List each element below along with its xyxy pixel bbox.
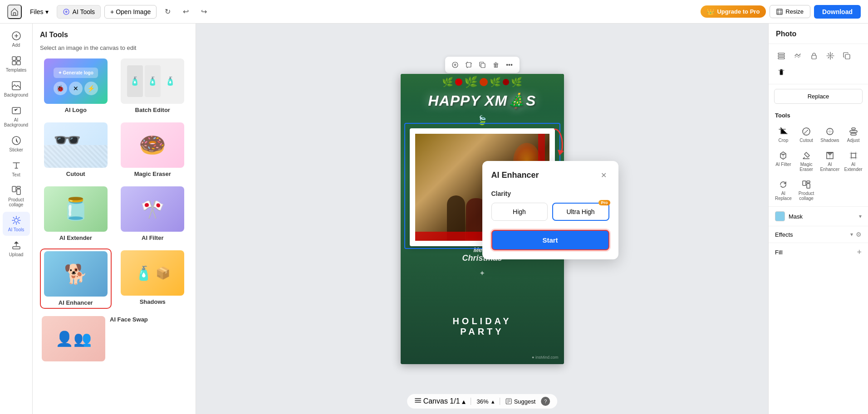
tools-panel-title: AI Tools	[33, 24, 196, 44]
tool-label-cutout: Cutout	[66, 170, 85, 177]
fill-row: Fill +	[769, 243, 868, 262]
sidebar-item-add[interactable]: Add	[3, 27, 30, 51]
pro-badge: Pro	[598, 200, 610, 205]
right-panel: Photo Replace	[768, 24, 868, 414]
modal-close-button[interactable]: ✕	[598, 170, 609, 181]
icon-sidebar: Add Templates Background AI Background S…	[0, 24, 33, 414]
start-button[interactable]: Start	[491, 230, 609, 250]
ai-tools-button[interactable]: AI Tools	[57, 5, 101, 19]
rp-ai-enhancer-icon	[825, 151, 834, 160]
rp-tool-ai-enhancer[interactable]: AI Enhancer	[818, 147, 841, 175]
help-button[interactable]: ?	[541, 397, 550, 406]
rp-layers-button[interactable]	[774, 49, 789, 63]
rp-lock-icon	[810, 52, 818, 60]
tools-hint: Select an image in the canvas to edit	[33, 44, 196, 57]
replace-label: Replace	[808, 93, 829, 100]
tool-card-ai-face-swap[interactable]: 👤👥 AI Face Swap	[40, 314, 188, 363]
sidebar-item-ai-tools[interactable]: AI Tools	[3, 212, 30, 236]
rp-lock-button[interactable]	[807, 49, 821, 63]
tool-thumb-ai-filter: 🎌	[121, 186, 184, 232]
tool-card-ai-logo[interactable]: ✦ Generate logo 🐞 ✕ ⚡ AI Logo	[40, 57, 112, 115]
upgrade-button[interactable]: 👑 Upgrade to Pro	[701, 5, 766, 18]
rp-tool-ai-filter[interactable]: AI Filter	[772, 147, 794, 175]
redo-button[interactable]: ↪	[196, 5, 211, 19]
clarity-ultra-high-button[interactable]: Ultra High Pro	[552, 203, 609, 221]
rp-tool-crop[interactable]: Crop	[772, 123, 794, 146]
suggest-button[interactable]: Suggest	[506, 398, 536, 405]
tool-thumb-ai-face-swap: 👤👥	[42, 316, 105, 361]
tool-card-shadows[interactable]: 🧴 📦 Shadows	[117, 248, 189, 309]
refresh-button[interactable]: ↻	[160, 5, 175, 19]
rp-tool-ai-replace[interactable]: AI Replace	[772, 176, 794, 205]
svg-rect-16	[466, 63, 471, 67]
rp-position-button[interactable]	[823, 49, 838, 63]
rp-tool-ai-extender[interactable]: AI Extender	[842, 147, 864, 175]
sidebar-item-text[interactable]: Text	[3, 157, 30, 181]
svg-rect-30	[852, 128, 855, 130]
start-label: Start	[542, 236, 558, 244]
rp-tool-shadows[interactable]: Shadows	[818, 123, 841, 146]
tool-thumb-magic-eraser: 🍩	[121, 122, 184, 168]
canvas-tool-copy[interactable]	[476, 58, 489, 71]
mask-controls: ▾	[859, 213, 862, 219]
canvas-tool-delete[interactable]: 🗑	[490, 58, 502, 71]
svg-rect-27	[845, 54, 850, 59]
tool-card-cutout[interactable]: 🕶️ Cutout	[40, 121, 112, 179]
tool-card-ai-enhancer[interactable]: 🐕 AI Enhancer	[40, 248, 112, 309]
rp-duplicate-button[interactable]	[839, 49, 854, 63]
sidebar-item-upload[interactable]: Upload	[3, 237, 30, 261]
rp-tool-magic-eraser[interactable]: Magic Eraser	[795, 147, 818, 175]
sidebar-item-product-collage[interactable]: Product collage	[3, 182, 30, 211]
sidebar-product-collage-label: Product collage	[5, 197, 28, 207]
canvas-bottom-bar: Canvas 1/1 ▴ 36% ▴ Suggest ?	[407, 394, 558, 409]
tool-label-ai-enhancer: AI Enhancer	[59, 299, 93, 306]
canvas-tool-more[interactable]: •••	[503, 58, 516, 71]
ai-enhancer-modal: AI Enhancer ✕ Clarity High Ultra High Pr…	[482, 161, 618, 259]
rp-tool-cutout[interactable]: Cutout	[795, 123, 818, 146]
rp-ai-replace-label: AI Replace	[774, 191, 793, 201]
tool-thumb-shadows: 🧴 📦	[121, 250, 184, 296]
canvas-area: 🗑 ••• 🌿 🌿	[196, 24, 768, 414]
resize-button[interactable]: Resize	[770, 5, 810, 18]
svg-rect-32	[803, 181, 806, 185]
tool-card-ai-filter[interactable]: 🎌 AI Filter	[117, 185, 189, 243]
replace-button[interactable]: Replace	[774, 89, 863, 104]
rp-tool-product-collage[interactable]: Product collage	[795, 176, 818, 205]
fill-add-button[interactable]: +	[857, 248, 862, 257]
undo-button[interactable]: ↩	[178, 5, 193, 19]
zoom-control[interactable]: 36% ▴	[477, 398, 495, 405]
canvas-tool-crop[interactable]	[462, 58, 475, 71]
tools-grid: ✦ Generate logo 🐞 ✕ ⚡ AI Logo 🧴 🧴	[33, 57, 196, 314]
files-menu[interactable]: Files ▾	[25, 5, 53, 18]
sidebar-text-label: Text	[12, 172, 20, 177]
mask-chevron-down-button[interactable]: ▾	[859, 213, 862, 219]
effects-chevron-down-button[interactable]: ▾	[850, 231, 853, 238]
rp-position-icon	[826, 52, 834, 60]
clarity-high-button[interactable]: High	[491, 203, 548, 221]
effects-settings-button[interactable]: ⚙	[856, 231, 862, 238]
rp-animate-button[interactable]	[790, 49, 805, 63]
layer-control[interactable]: Canvas 1/1 ▴	[414, 397, 466, 406]
download-button[interactable]: Download	[814, 5, 861, 19]
rp-product-collage-label: Product collage	[797, 191, 816, 201]
svg-rect-29	[850, 131, 857, 132]
tool-card-ai-extender[interactable]: 🫙 AI Extender	[40, 185, 112, 243]
tool-label-shadows: Shadows	[140, 298, 166, 305]
sticker-icon	[11, 136, 21, 146]
rp-delete-button[interactable]	[774, 65, 789, 79]
svg-rect-24	[778, 55, 785, 57]
sidebar-item-ai-background[interactable]: AI Background	[3, 102, 30, 131]
home-button[interactable]	[7, 5, 22, 19]
sidebar-item-sticker[interactable]: Sticker	[3, 132, 30, 156]
open-image-button[interactable]: + Open Image	[104, 5, 157, 19]
sidebar-item-templates[interactable]: Templates	[3, 52, 30, 76]
rp-magic-eraser-label: Magic Eraser	[797, 162, 816, 172]
tool-card-batch-editor[interactable]: 🧴 🧴 🧴 Batch Editor	[117, 57, 189, 115]
rp-tool-adjust[interactable]: Adjust	[842, 123, 864, 146]
tool-card-magic-eraser[interactable]: 🍩 Magic Eraser	[117, 121, 189, 179]
canvas-tool-ai[interactable]	[449, 58, 461, 71]
svg-rect-12	[17, 186, 20, 188]
sidebar-item-background[interactable]: Background	[3, 77, 30, 101]
background-icon	[11, 81, 21, 91]
clarity-high-label: High	[513, 208, 526, 215]
